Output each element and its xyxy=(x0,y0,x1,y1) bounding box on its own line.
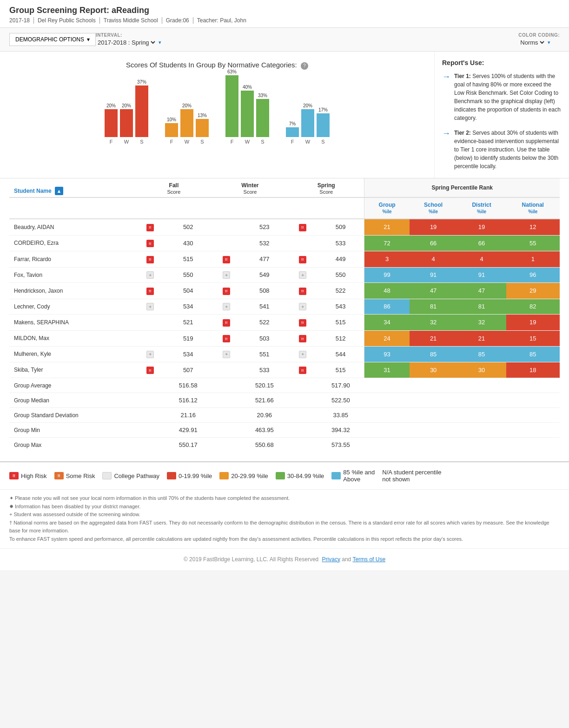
legend-red-box xyxy=(167,472,176,479)
page-title: Group Screening Report: aReading xyxy=(9,6,560,15)
col-sub-spring-icon xyxy=(288,197,317,219)
col-header-spring-rank: Spring Percentile Rank xyxy=(364,178,560,197)
bar-f-some: 10% F xyxy=(165,117,178,144)
school-pct-cell: 91 xyxy=(410,267,457,283)
student-name-cell: Makens, SERAPHINA xyxy=(9,315,136,331)
legend-high-risk: !! High Risk xyxy=(9,472,47,479)
summary-fall: 429.91 xyxy=(165,423,212,438)
district-pct-cell: 19 xyxy=(457,219,506,235)
group-pct-cell: 48 xyxy=(364,283,410,299)
group-pct-cell: 34 xyxy=(364,315,410,331)
summary-fall: 21.16 xyxy=(165,408,212,423)
bar-w-some: 20% W xyxy=(180,103,193,144)
interval-section: INTERVAL: 2017-2018 : Spring ▾ xyxy=(96,33,161,46)
student-name-cell: Fox, Tavion xyxy=(9,267,136,283)
bar-s-above: 17% S xyxy=(317,107,330,144)
tier1-info: → Tier 1: Serves 100% of students with t… xyxy=(442,72,562,122)
tier2-info: → Tier 2: Serves about 30% of students w… xyxy=(442,129,562,171)
teacher-label: Teacher: Paul, John xyxy=(197,17,250,24)
spring-score-cell: 515 xyxy=(317,315,364,331)
fall-risk-cell: ✦ xyxy=(136,267,165,283)
col-sub-spring-score xyxy=(317,197,364,219)
national-pct-cell: 15 xyxy=(506,330,560,347)
interval-dropdown[interactable]: 2017-2018 : Spring xyxy=(96,39,157,46)
district-label: Del Rey Public Schools xyxy=(38,17,100,24)
legend-section: !! High Risk !! Some Risk College Pathwa… xyxy=(0,461,569,489)
group-pct-cell: 99 xyxy=(364,267,410,283)
national-pct-cell: 29 xyxy=(506,283,560,299)
student-name-cell: Hendrickson, Jaxon xyxy=(9,283,136,299)
winter-score-cell: 533 xyxy=(241,362,288,378)
student-name-cell: Lechner, Cody xyxy=(9,299,136,315)
chart-info-row: Scores Of Students In Group By Normative… xyxy=(0,52,569,178)
school-pct-cell: 47 xyxy=(410,283,457,299)
fall-risk-cell: !! xyxy=(136,251,165,268)
spring-score-cell: 509 xyxy=(317,219,364,235)
spring-risk-cell: !! xyxy=(288,283,317,299)
group-pct-cell: 93 xyxy=(364,347,410,362)
district-pct-cell: 4 xyxy=(457,251,506,268)
fall-score-cell: 504 xyxy=(165,283,212,299)
national-pct-cell: 85 xyxy=(506,347,560,362)
demographic-options-button[interactable]: DEMOGRAPHIC OPTIONS ▾ xyxy=(9,33,96,46)
summary-spring: 573.55 xyxy=(317,438,364,453)
fall-risk-cell xyxy=(136,330,165,347)
arrow-icon-tier1: → xyxy=(442,72,450,122)
summary-winter: 521.66 xyxy=(241,393,288,408)
footer-text: © 2019 FastBridge Learning, LLC. All Rig… xyxy=(184,556,318,563)
spring-score-cell: 533 xyxy=(317,235,364,251)
district-pct-cell: 85 xyxy=(457,347,506,362)
col-sub-school: School%ile xyxy=(410,197,457,219)
school-pct-cell: 66 xyxy=(410,235,457,251)
privacy-link[interactable]: Privacy xyxy=(322,556,340,563)
col-sub-group: Group%ile xyxy=(364,197,410,219)
page-header: Group Screening Report: aReading 2017-18… xyxy=(0,0,569,28)
terms-link[interactable]: Terms of Use xyxy=(352,556,385,563)
sort-button[interactable]: ▲ xyxy=(55,187,63,195)
col-sub-winter-icon xyxy=(212,197,241,219)
spring-risk-cell: !! xyxy=(288,362,317,378)
chevron-down-icon: ▾ xyxy=(87,36,90,43)
chart-group-high-risk: 20% F 20% W 37% S xyxy=(105,77,148,144)
bar-chart: 20% F 20% W 37% S xyxy=(9,77,425,158)
school-pct-cell: 32 xyxy=(410,315,457,331)
fall-score-cell: 502 xyxy=(165,219,212,235)
winter-risk-cell: !! xyxy=(212,330,241,347)
student-name-cell: Farrar, Ricardo xyxy=(9,251,136,268)
fall-risk-cell: ✦ xyxy=(136,299,165,315)
col-header-spring: SpringScore xyxy=(288,178,364,197)
arrow-icon-tier2: → xyxy=(442,129,450,171)
color-coding-dropdown[interactable]: Norms xyxy=(518,39,546,46)
tier1-text: Tier 1: Serves 100% of students with the… xyxy=(454,72,562,122)
student-name-cell: Skiba, Tyler xyxy=(9,362,136,378)
bar-s-some: 13% S xyxy=(196,113,209,144)
summary-table-body: Group Average 516.58 520.15 517.90 Group… xyxy=(9,378,560,453)
school-label: Traviss Middle School xyxy=(104,17,162,24)
winter-risk-cell: !! xyxy=(212,251,241,268)
controls-bar: DEMOGRAPHIC OPTIONS ▾ INTERVAL: 2017-201… xyxy=(0,28,569,52)
table-row: Mulheren, Kyle ✦ 534 ✦ 551 ✦ 544 93 85 8… xyxy=(9,347,560,362)
color-coding-label: COLOR CODING: xyxy=(518,33,560,38)
fall-score-cell: 507 xyxy=(165,362,212,378)
col-sub-fall-icon xyxy=(136,197,165,219)
bar-f-low: 63% F xyxy=(225,69,238,144)
interval-select: 2017-2018 : Spring ▾ xyxy=(96,39,161,46)
bar-f-high: 20% F xyxy=(105,103,118,144)
fall-score-cell: 430 xyxy=(165,235,212,251)
col-sub-district: District%ile xyxy=(457,197,506,219)
table-row: CORDEIRO, Ezra !! 430 532 533 72 66 66 5… xyxy=(9,235,560,251)
winter-risk-cell: ✦ xyxy=(212,347,241,362)
summary-label: Group Average xyxy=(9,378,136,393)
winter-score-cell: 522 xyxy=(241,315,288,331)
spring-score-cell: 544 xyxy=(317,347,364,362)
help-icon[interactable]: ? xyxy=(301,62,308,70)
summary-row: Group Median 516.12 521.66 522.50 xyxy=(9,393,560,408)
fall-score-cell: 515 xyxy=(165,251,212,268)
note-2: ✸ Information has been disabled by your … xyxy=(9,503,560,511)
spring-score-cell: 449 xyxy=(317,251,364,268)
fall-score-cell: 550 xyxy=(165,267,212,283)
fall-risk-cell: !! xyxy=(136,219,165,235)
summary-spring: 394.32 xyxy=(317,423,364,438)
table-row: Skiba, Tyler !! 507 533 !! 515 31 30 30 … xyxy=(9,362,560,378)
year-label: 2017-18 xyxy=(9,17,34,24)
